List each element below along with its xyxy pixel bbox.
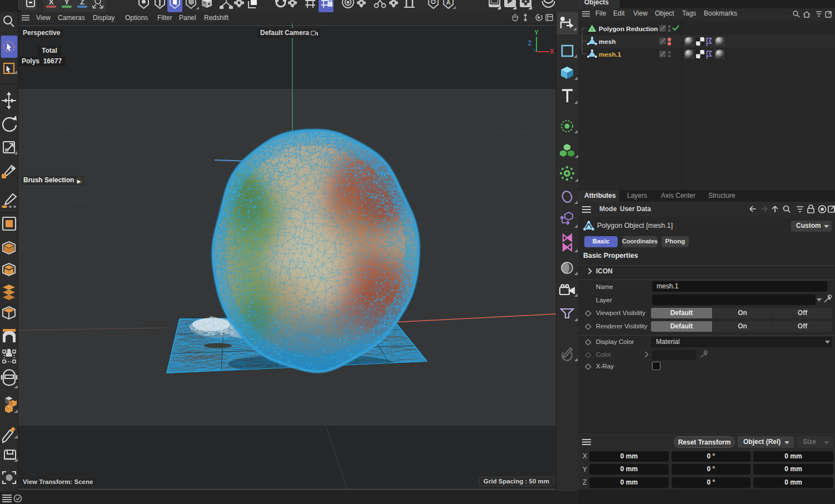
svg-text:A: A: [446, 0, 451, 6]
svg-text:Y: Y: [534, 29, 539, 37]
svg-text:Z: Z: [80, 0, 85, 6]
svg-text:X: X: [49, 0, 54, 6]
svg-text:X: X: [550, 48, 554, 56]
svg-text:Z: Z: [528, 39, 531, 47]
svg-text:Y: Y: [64, 0, 69, 6]
